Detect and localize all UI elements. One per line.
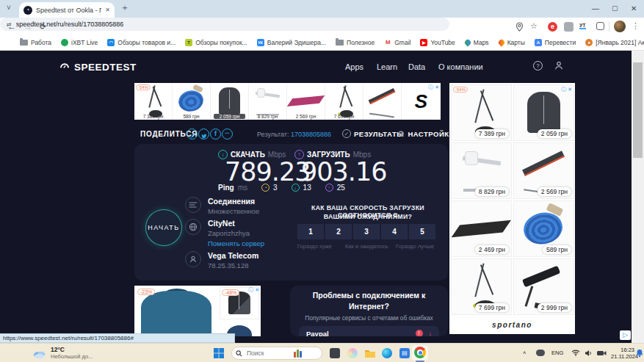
search-input[interactable] <box>245 349 291 358</box>
chrome-icon[interactable] <box>414 347 426 358</box>
refresh-icon[interactable]: ⟳ <box>40 21 46 32</box>
tab-search-icon[interactable]: ˅ <box>7 4 11 12</box>
speedtest-logo[interactable]: SPEEDTEST <box>59 61 137 73</box>
bottom-ad[interactable]: -23% -48% ⓘ ✕ <box>134 286 261 336</box>
extension-ut-icon[interactable]: УТ <box>579 23 586 29</box>
ad-product[interactable]: 7 699 грн <box>451 258 512 315</box>
nav-learn[interactable]: Learn <box>377 62 397 71</box>
ad-product[interactable]: 8 829 грн <box>249 83 287 120</box>
ad-product[interactable]: ⓘ ✕ 2 059 грн <box>513 84 574 141</box>
ad-product[interactable]: 2 059 грн <box>211 83 249 120</box>
wifi-icon[interactable] <box>571 350 580 356</box>
sidebar-ad[interactable]: -54% 7 389 грн ⓘ ✕ 2 059 грн 8 829 грн 2… <box>449 83 575 334</box>
ad-product[interactable]: 2 469 грн <box>451 200 512 257</box>
taskbar-app-dark-icon[interactable] <box>330 348 340 358</box>
top-banner-ad[interactable]: -54% 7 389 грн 589 грн 2 059 грн 8 829 г… <box>134 83 441 120</box>
weather-widget[interactable]: 12°C Небольшой до... <box>32 347 93 360</box>
ad-product[interactable]: 589 грн <box>173 83 211 120</box>
ad-product[interactable]: 8 829 грн <box>451 142 512 199</box>
rating-1-button[interactable]: 1 <box>297 224 324 239</box>
bookmark-ixbt[interactable]: iXBT Live <box>61 39 98 46</box>
window-close-button[interactable]: ✕ <box>631 4 637 12</box>
service-row-paypal[interactable]: Paypal ! ↓ <box>299 326 439 336</box>
bookmark-obzory-pokupok[interactable]: TОбзоры покупок... <box>185 39 247 46</box>
translate-icon: А <box>535 39 542 46</box>
tray-clock[interactable]: 16:23 21.11.2024 <box>611 347 634 360</box>
window-maximize-button[interactable]: ▢ <box>612 4 618 12</box>
ad-product[interactable]: 2 569 грн <box>287 83 325 120</box>
browser-tab[interactable]: ◔ Speedtest от Ookla - Глобальн ✕ <box>19 2 115 18</box>
page-scrollbar[interactable] <box>632 51 644 343</box>
share-link-icon[interactable] <box>187 128 198 140</box>
rating-4-button[interactable]: 4 <box>381 224 408 239</box>
ad-brand-cell[interactable]: S ⓘ ✕ <box>402 83 441 120</box>
nav-about[interactable]: О компании <box>438 62 483 71</box>
go-button[interactable]: НАЧАТЬ <box>145 209 182 246</box>
bookmark-maps[interactable]: Maps <box>465 39 489 46</box>
settings-button[interactable]: ⚙ НАСТРОЙКИ <box>397 129 455 139</box>
share-facebook-icon[interactable]: f <box>210 128 221 140</box>
share-twitter-icon[interactable] <box>198 128 209 140</box>
windows-start-button[interactable] <box>213 347 225 359</box>
ad-product[interactable]: -54% 7 389 грн <box>134 83 173 120</box>
scrollbar-thumb[interactable] <box>633 62 643 158</box>
back-icon[interactable]: ← <box>7 21 16 32</box>
ad-product[interactable] <box>363 83 402 120</box>
help-icon[interactable]: ? <box>533 61 543 70</box>
camera-icon[interactable] <box>597 350 607 356</box>
result-id-link[interactable]: 17038805886 <box>291 131 331 138</box>
bookmark-star-icon[interactable]: ☆ <box>530 21 538 31</box>
speaker-icon[interactable] <box>585 350 593 357</box>
ad-info-close-icons[interactable]: ⓘ ✕ <box>428 84 439 91</box>
bookmark-poleznoe[interactable]: Полезное <box>336 39 375 46</box>
browser-menu-icon[interactable]: ⋮ <box>632 21 640 31</box>
language-indicator[interactable]: ENG <box>551 350 563 356</box>
window-minimize-button[interactable]: — <box>592 4 599 12</box>
tray-device-icon[interactable] <box>536 350 545 356</box>
bookmark-january[interactable]: ●[Январь 2021] Акти... <box>585 39 644 46</box>
copilot-icon[interactable] <box>347 348 358 358</box>
ad-product[interactable]: 2 999 грн <box>513 258 574 315</box>
new-tab-button[interactable]: ＋ <box>120 4 129 11</box>
notification-bell-icon[interactable] <box>636 349 643 358</box>
bookmark-perevesti[interactable]: АПеревести <box>535 39 576 46</box>
extensions-icon[interactable] <box>596 22 604 30</box>
bookmark-rabota[interactable]: Работа <box>20 39 51 46</box>
taskbar-search[interactable] <box>231 347 322 360</box>
user-icon[interactable] <box>554 60 564 70</box>
results-button[interactable]: ✓ РЕЗУЛЬТАТЫ <box>342 129 404 138</box>
ad-product[interactable]: -54% 7 389 грн <box>451 84 512 141</box>
tab-close-icon[interactable]: ✕ <box>105 7 110 14</box>
extension-e-icon[interactable]: e <box>548 22 557 32</box>
location-icon[interactable] <box>515 22 524 32</box>
address-bar[interactable]: ⇄ speedtest.net/ru/result/17038805886 <box>0 18 449 31</box>
edge-icon[interactable] <box>382 348 392 358</box>
bookmark-valeriy[interactable]: VKВалерий Эдишера... <box>257 39 326 46</box>
share-more-icon[interactable]: ••• <box>222 128 233 140</box>
extension-generic-icon[interactable] <box>564 22 574 32</box>
ad-product[interactable]: 589 грн <box>513 200 574 257</box>
tray-chevron-icon[interactable]: ˄ <box>523 350 526 356</box>
ad-product[interactable]: 7 699 грн <box>325 83 363 120</box>
rating-2-button[interactable]: 2 <box>325 224 352 239</box>
profile-avatar[interactable] <box>614 21 626 32</box>
bookmark-karty[interactable]: Карты <box>499 39 525 46</box>
ad-info-close-icons[interactable]: ⓘ ✕ <box>561 86 572 93</box>
sportano-brand[interactable]: sportano <box>451 321 574 329</box>
bookmark-gmail[interactable]: MGmail <box>384 39 410 46</box>
rating-3-button[interactable]: 3 <box>353 224 380 239</box>
nav-apps[interactable]: Apps <box>345 62 363 71</box>
file-explorer-icon[interactable] <box>364 349 376 358</box>
ad-product[interactable]: 2 569 грн <box>513 142 574 199</box>
bookmark-obzory-tovarov[interactable]: ◠Обзоры товаров и... <box>107 39 176 46</box>
adchoices-icon[interactable]: ▷ <box>620 330 631 340</box>
ad-hoodie-tile[interactable]: -23% <box>134 286 218 336</box>
change-server-link[interactable]: Поменять сервер <box>208 239 264 247</box>
nav-data[interactable]: Data <box>408 62 425 71</box>
ad-info-close-icons[interactable]: ⓘ ✕ <box>248 286 259 294</box>
product-price: 7 389 грн <box>134 114 172 119</box>
rating-5-button[interactable]: 5 <box>409 224 435 239</box>
store-icon[interactable]: ▤ <box>399 348 410 358</box>
forward-icon[interactable]: → <box>23 21 32 32</box>
bookmark-youtube[interactable]: ▶YouTube <box>420 39 455 46</box>
